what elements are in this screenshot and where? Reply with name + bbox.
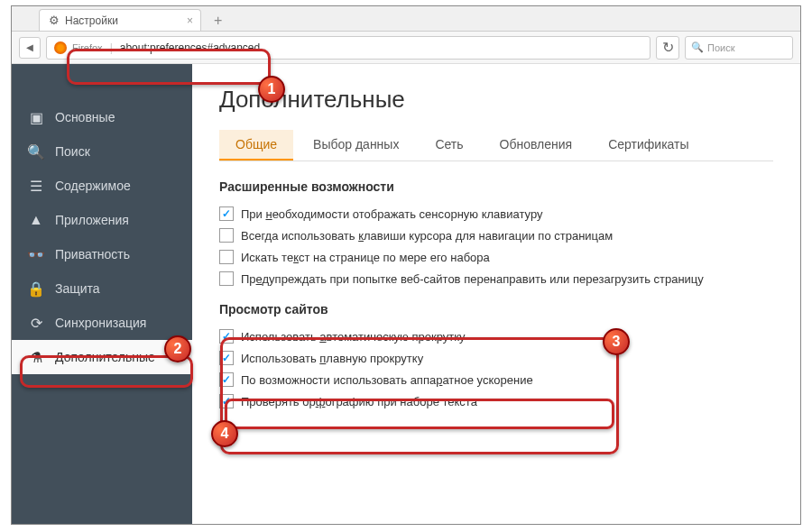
checkbox[interactable]	[219, 250, 234, 264]
checkbox[interactable]	[219, 351, 234, 365]
checkbox[interactable]	[219, 372, 234, 387]
tab-certificates[interactable]: Сертификаты	[592, 130, 705, 161]
tab-network[interactable]: Сеть	[419, 130, 479, 161]
tab-updates[interactable]: Обновления	[484, 130, 589, 161]
tab-general[interactable]: Общие	[219, 130, 293, 161]
new-tab-button[interactable]: +	[207, 11, 229, 31]
sub-tabs: Общие Выбор данных Сеть Обновления Серти…	[219, 130, 773, 161]
mask-icon: 👓	[28, 246, 44, 262]
checkbox[interactable]	[219, 228, 234, 243]
page-title: Дополнительные	[219, 86, 773, 114]
sidebar-item-search[interactable]: 🔍 Поиск	[12, 134, 192, 169]
search-placeholder: Поиск	[707, 42, 734, 53]
checkbox[interactable]	[219, 206, 234, 221]
checkbox-row-hw-accel[interactable]: По возможности использовать аппаратное у…	[219, 369, 773, 390]
advanced-icon: ⚗	[28, 349, 44, 365]
checkbox[interactable]	[219, 329, 234, 344]
tab-bar: ⚙ Настройки × +	[12, 6, 800, 32]
toolbar: ◄ Firefox | about:preferences#advanced ↻…	[12, 32, 800, 64]
sidebar-item-general[interactable]: ▣ Основные	[12, 100, 192, 134]
url-bar[interactable]: Firefox | about:preferences#advanced	[46, 36, 651, 60]
close-icon[interactable]: ×	[187, 14, 193, 27]
sidebar-item-sync[interactable]: ⟳ Синхронизация	[12, 306, 192, 340]
sidebar-item-label: Приложения	[55, 213, 129, 227]
checkbox[interactable]	[219, 271, 234, 286]
content-area: Дополнительные Общие Выбор данных Сеть О…	[192, 64, 800, 524]
sidebar-item-label: Содержимое	[55, 179, 131, 193]
browser-tab-settings[interactable]: ⚙ Настройки ×	[39, 9, 201, 31]
sidebar-item-label: Синхронизация	[55, 316, 146, 330]
checkbox-label: Искать текст на странице по мере его наб…	[241, 251, 490, 264]
sidebar-item-privacy[interactable]: 👓 Приватность	[12, 237, 192, 271]
sidebar: ▣ Основные 🔍 Поиск ☰ Содержимое ▲ Прилож…	[12, 64, 192, 524]
sidebar-item-label: Приватность	[55, 247, 130, 261]
checkbox-label: Всегда использовать клавиши курсора для …	[241, 229, 613, 243]
tab-title: Настройки	[65, 14, 118, 27]
checkbox-label: При необходимости отображать сенсорную к…	[241, 207, 542, 221]
checkbox-row-warn-redirect[interactable]: Предупреждать при попытке веб-сайтов пер…	[219, 268, 773, 289]
rocket-icon: ▲	[28, 212, 44, 228]
firefox-icon	[54, 41, 67, 54]
document-icon: ☰	[28, 178, 44, 194]
checkbox-label: Предупреждать при попытке веб-сайтов пер…	[241, 272, 704, 286]
checkbox-row-smooth-scroll[interactable]: Использовать плавную прокрутку	[219, 347, 773, 369]
panel-icon: ▣	[28, 109, 44, 125]
sidebar-item-advanced[interactable]: ⚗ Дополнительные	[12, 340, 192, 374]
checkbox-row-autoscroll[interactable]: Использовать автоматическую прокрутку	[219, 326, 773, 347]
checkbox-row-spellcheck[interactable]: Проверять орфографию при наборе текста	[219, 390, 773, 412]
reload-button[interactable]: ↻	[656, 36, 679, 60]
search-icon: 🔍	[28, 143, 44, 160]
checkbox-row-touch-keyboard[interactable]: При необходимости отображать сенсорную к…	[219, 203, 773, 225]
back-button[interactable]: ◄	[19, 37, 41, 59]
sidebar-item-content[interactable]: ☰ Содержимое	[12, 169, 192, 203]
gear-icon: ⚙	[49, 14, 60, 27]
search-box[interactable]: 🔍 Поиск	[685, 36, 793, 60]
checkbox-row-search-typing[interactable]: Искать текст на странице по мере его наб…	[219, 246, 773, 268]
checkbox-label: По возможности использовать аппаратное у…	[241, 373, 533, 387]
sidebar-item-label: Основные	[55, 110, 115, 124]
sidebar-item-label: Поиск	[55, 144, 90, 159]
tab-data-choices[interactable]: Выбор данных	[297, 130, 415, 161]
url-text: about:preferences#advanced	[120, 41, 260, 54]
checkbox-label: Использовать автоматическую прокрутку	[241, 330, 466, 344]
search-icon: 🔍	[691, 41, 704, 53]
sidebar-item-label: Защита	[55, 281, 100, 296]
checkbox-label: Использовать плавную прокрутку	[241, 352, 423, 365]
section-title-accessibility: Расширенные возможности	[219, 179, 773, 194]
section-title-browsing: Просмотр сайтов	[219, 302, 773, 316]
url-prefix: Firefox	[72, 42, 103, 53]
lock-icon: 🔒	[28, 280, 44, 297]
sidebar-item-apps[interactable]: ▲ Приложения	[12, 203, 192, 237]
checkbox[interactable]	[219, 394, 234, 408]
checkbox-row-cursor-keys[interactable]: Всегда использовать клавиши курсора для …	[219, 225, 773, 246]
sidebar-item-label: Дополнительные	[55, 350, 155, 364]
checkbox-label: Проверять орфографию при наборе текста	[241, 395, 477, 408]
sidebar-item-security[interactable]: 🔒 Защита	[12, 271, 192, 306]
sync-icon: ⟳	[28, 315, 44, 331]
